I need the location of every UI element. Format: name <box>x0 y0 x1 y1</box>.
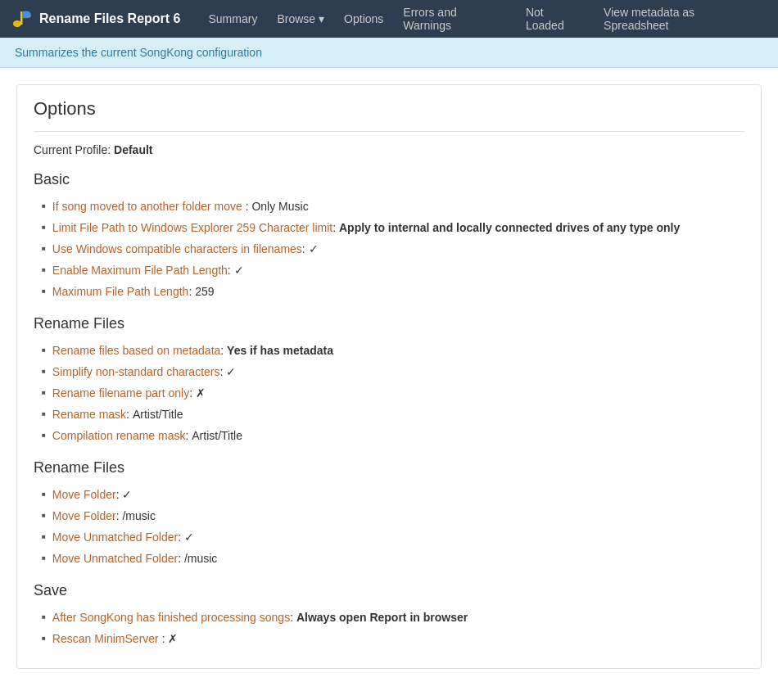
nav-view-spreadsheet[interactable]: View metadata as Spreadsheet <box>595 2 768 35</box>
save-section: Save After SongKong has finished process… <box>34 582 744 648</box>
list-item: Rename filename part only : ✗ <box>42 385 744 402</box>
list-item: Move Unmatched Folder : /music <box>42 550 744 567</box>
current-profile-label: Current Profile: <box>34 143 111 156</box>
opt-key: Compilation rename mask <box>52 427 186 445</box>
basic-section: Basic If song moved to another folder mo… <box>34 171 744 300</box>
opt-val: ✓ <box>309 241 319 258</box>
save-title: Save <box>34 582 744 601</box>
rename-files-title-1: Rename Files <box>34 315 744 334</box>
list-item: Limit File Path to Windows Explorer 259 … <box>42 219 744 237</box>
opt-sep: : <box>188 283 195 300</box>
save-list: After SongKong has finished processing s… <box>34 609 744 648</box>
basic-list: If song moved to another folder move : O… <box>34 198 744 300</box>
list-item: Use Windows compatible characters in fil… <box>42 241 744 258</box>
basic-title: Basic <box>34 171 744 190</box>
list-item: Move Unmatched Folder : ✓ <box>42 529 744 546</box>
opt-val: ✓ <box>122 486 132 504</box>
opt-val: Apply to internal and locally connected … <box>339 219 680 237</box>
options-section: Options Current Profile: Default Basic I… <box>16 84 762 669</box>
opt-key: Move Unmatched Folder <box>52 550 178 567</box>
list-item: Rescan MinimServer : ✗ <box>42 630 744 648</box>
rename-files-list-1: Rename files based on metadata : Yes if … <box>34 342 744 445</box>
dropdown-arrow-icon: ▾ <box>319 12 324 25</box>
header-divider <box>34 131 744 132</box>
nav-options[interactable]: Options <box>336 9 391 29</box>
opt-sep: : <box>126 406 133 423</box>
opt-val: ✓ <box>234 262 244 279</box>
opt-val: /music <box>184 550 217 567</box>
list-item: Move Folder : ✓ <box>42 486 744 504</box>
nav-not-loaded[interactable]: Not Loaded <box>518 2 592 35</box>
opt-key: Move Folder <box>52 508 116 525</box>
opt-sep: : <box>159 630 169 648</box>
list-item: Move Folder : /music <box>42 508 744 525</box>
opt-key: Use Windows compatible characters in fil… <box>52 241 302 258</box>
list-item: Rename mask : Artist/Title <box>42 406 744 423</box>
opt-val: ✗ <box>168 630 178 648</box>
opt-sep: : <box>185 427 192 445</box>
opt-key: After SongKong has finished processing s… <box>52 609 290 626</box>
opt-key: Maximum File Path Length <box>52 283 189 300</box>
opt-val: Artist/Title <box>133 406 183 423</box>
nav-links: Summary Browse ▾ Options Errors and Warn… <box>201 2 769 35</box>
opt-val: Yes if has metadata <box>227 342 333 359</box>
opt-val: ✓ <box>184 529 194 546</box>
nav-summary[interactable]: Summary <box>201 9 266 29</box>
brand: Rename Files Report 6 <box>10 7 181 30</box>
opt-key: Rename files based on metadata <box>52 342 220 359</box>
opt-val: /music <box>122 508 155 525</box>
opt-sep: : <box>228 262 234 279</box>
opt-sep: : <box>189 385 196 402</box>
opt-val: Artist/Title <box>192 427 242 445</box>
opt-sep: : <box>332 219 339 237</box>
opt-val: ✗ <box>196 385 206 402</box>
opt-key: Rename filename part only <box>52 385 189 402</box>
list-item: Maximum File Path Length : 259 <box>42 283 744 300</box>
opt-sep: : <box>178 550 184 567</box>
nav-errors-warnings[interactable]: Errors and Warnings <box>395 2 514 35</box>
opt-key: Enable Maximum File Path Length <box>52 262 228 279</box>
opt-sep: : <box>242 198 252 215</box>
opt-sep: : <box>178 529 184 546</box>
rename-files-list-2: Move Folder : ✓ Move Folder : /music Mov… <box>34 486 744 567</box>
list-item: After SongKong has finished processing s… <box>42 609 744 626</box>
list-item: Compilation rename mask : Artist/Title <box>42 427 744 445</box>
opt-sep: : <box>220 364 227 381</box>
info-banner-text: Summarizes the current SongKong configur… <box>15 46 262 59</box>
list-item: If song moved to another folder move : O… <box>42 198 744 215</box>
current-profile-line: Current Profile: Default <box>34 143 744 156</box>
opt-key: Move Unmatched Folder <box>52 529 178 546</box>
opt-sep: : <box>116 508 123 525</box>
opt-sep: : <box>302 241 309 258</box>
nav-browse[interactable]: Browse ▾ <box>269 9 332 29</box>
info-banner: Summarizes the current SongKong configur… <box>0 38 778 68</box>
opt-val: ✓ <box>226 364 236 381</box>
list-item: Rename files based on metadata : Yes if … <box>42 342 744 359</box>
svg-rect-2 <box>20 11 23 25</box>
navbar: Rename Files Report 6 Summary Browse ▾ O… <box>0 0 778 38</box>
brand-logo-icon <box>10 7 33 30</box>
list-item: Simplify non-standard characters : ✓ <box>42 364 744 381</box>
opt-val: Always open Report in browser <box>296 609 468 626</box>
current-profile-value: Default <box>114 143 152 156</box>
rename-files-title-2: Rename Files <box>34 459 744 478</box>
opt-sep: : <box>116 486 123 504</box>
options-heading: Options <box>34 98 744 120</box>
list-item: Enable Maximum File Path Length : ✓ <box>42 262 744 279</box>
opt-key: If song moved to another folder move <box>52 198 242 215</box>
opt-sep: : <box>290 609 296 626</box>
rename-files-section-1: Rename Files Rename files based on metad… <box>34 315 744 445</box>
svg-point-1 <box>14 21 20 26</box>
app-title: Rename Files Report 6 <box>39 11 181 26</box>
opt-key: Limit File Path to Windows Explorer 259 … <box>52 219 332 237</box>
opt-key: Move Folder <box>52 486 116 504</box>
opt-key: Rescan MinimServer <box>52 630 159 648</box>
opt-key: Simplify non-standard characters <box>52 364 220 381</box>
opt-val: Only Music <box>251 198 308 215</box>
main-content: Options Current Profile: Default Basic I… <box>0 68 778 693</box>
rename-files-section-2: Rename Files Move Folder : ✓ Move Folder… <box>34 459 744 567</box>
opt-key: Rename mask <box>52 406 126 423</box>
opt-val: 259 <box>195 283 214 300</box>
opt-sep: : <box>220 342 227 359</box>
